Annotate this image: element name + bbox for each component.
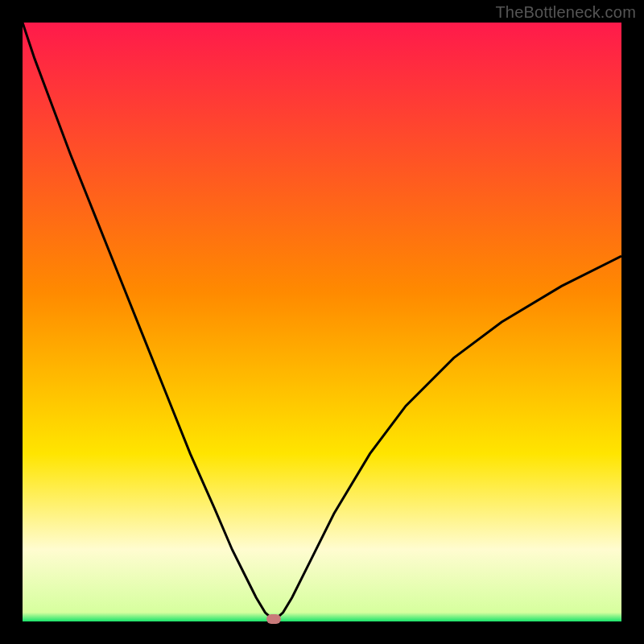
gradient-background xyxy=(23,23,621,621)
watermark-text: TheBottleneck.com xyxy=(495,3,636,22)
bottleneck-chart xyxy=(23,23,621,621)
optimum-marker xyxy=(266,614,281,624)
